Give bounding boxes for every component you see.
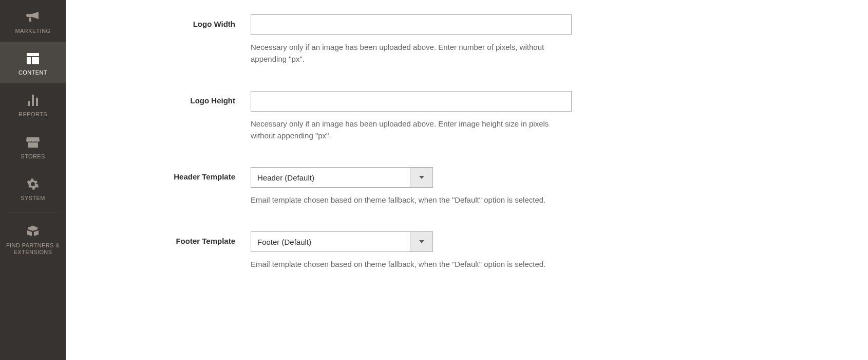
sidebar-item-label: MARKETING bbox=[2, 28, 64, 34]
sidebar-item-find-partners[interactable]: FIND PARTNERS & EXTENSIONS bbox=[0, 214, 66, 263]
field-row-logo-height: Logo Height Necessary only if an image h… bbox=[66, 91, 868, 142]
blocks-icon bbox=[2, 224, 64, 239]
field-control: Footer (Default) Email template chosen b… bbox=[251, 231, 579, 270]
sidebar-item-label: STORES bbox=[2, 153, 64, 160]
sidebar-item-marketing[interactable]: MARKETING bbox=[0, 0, 66, 42]
header-template-select[interactable]: Header (Default) bbox=[251, 167, 433, 188]
sidebar-item-content[interactable]: CONTENT bbox=[0, 42, 66, 83]
field-row-footer-template: Footer Template Footer (Default) Email t… bbox=[66, 231, 868, 270]
field-help: Email template chosen based on theme fal… bbox=[251, 258, 569, 270]
field-row-header-template: Header Template Header (Default) Email t… bbox=[66, 167, 868, 206]
sidebar-item-reports[interactable]: REPORTS bbox=[0, 83, 66, 125]
sidebar-item-stores[interactable]: STORES bbox=[0, 125, 66, 167]
footer-template-select[interactable]: Footer (Default) bbox=[251, 231, 433, 252]
field-control: Necessary only if an image has been uplo… bbox=[251, 14, 579, 65]
select-value: Header (Default) bbox=[251, 173, 410, 182]
field-label: Logo Width bbox=[66, 14, 251, 28]
sidebar-item-label: SYSTEM bbox=[2, 195, 64, 202]
gear-icon bbox=[2, 176, 64, 192]
field-row-logo-width: Logo Width Necessary only if an image ha… bbox=[66, 14, 868, 65]
storefront-icon bbox=[2, 135, 64, 150]
sidebar-separator bbox=[7, 212, 59, 212]
bar-chart-icon bbox=[2, 93, 64, 108]
megaphone-icon bbox=[2, 9, 64, 25]
sidebar-item-label: FIND PARTNERS & EXTENSIONS bbox=[2, 242, 64, 256]
field-help: Necessary only if an image has been uplo… bbox=[251, 118, 569, 142]
layout-icon bbox=[2, 51, 64, 66]
field-label: Logo Height bbox=[66, 91, 251, 105]
field-control: Header (Default) Email template chosen b… bbox=[251, 167, 579, 206]
select-value: Footer (Default) bbox=[251, 238, 410, 246]
sidebar-item-label: CONTENT bbox=[2, 69, 64, 76]
chevron-down-icon bbox=[410, 168, 432, 187]
config-form: Logo Width Necessary only if an image ha… bbox=[66, 0, 868, 271]
admin-sidebar: MARKETING CONTENT REPORTS STORES SYSTEM … bbox=[0, 0, 66, 360]
sidebar-item-system[interactable]: SYSTEM bbox=[0, 167, 66, 209]
logo-height-input[interactable] bbox=[251, 91, 572, 112]
field-label: Footer Template bbox=[66, 231, 251, 245]
sidebar-item-label: REPORTS bbox=[2, 111, 64, 118]
field-control: Necessary only if an image has been uplo… bbox=[251, 91, 579, 142]
field-help: Email template chosen based on theme fal… bbox=[251, 194, 569, 206]
field-label: Header Template bbox=[66, 167, 251, 181]
logo-width-input[interactable] bbox=[251, 14, 572, 35]
field-help: Necessary only if an image has been uplo… bbox=[251, 41, 569, 65]
chevron-down-icon bbox=[410, 232, 432, 251]
